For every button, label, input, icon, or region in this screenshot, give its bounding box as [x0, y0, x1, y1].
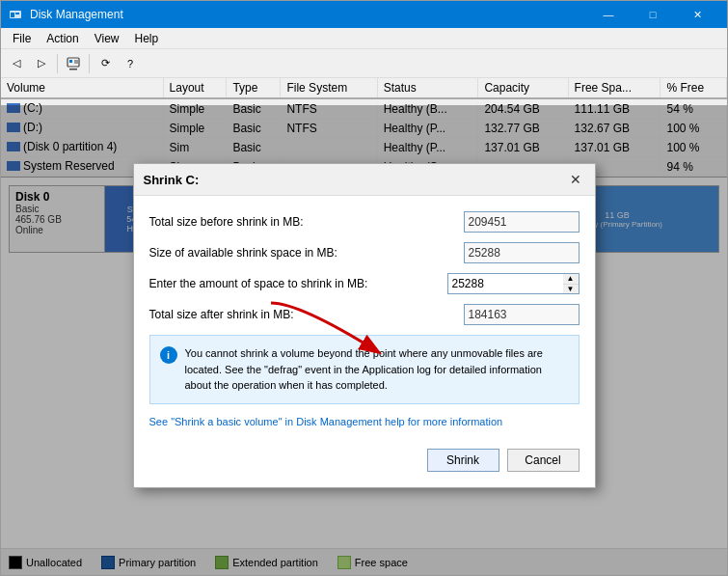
properties-button[interactable] — [62, 52, 85, 75]
form-row-available: Size of available shrink space in MB: — [149, 242, 580, 263]
modal-footer: Shrink Cancel — [149, 443, 580, 472]
title-bar: Disk Management — □ ✕ — [1, 1, 727, 28]
refresh-button[interactable]: ⟳ — [94, 52, 117, 75]
label-shrink-amount: Enter the amount of space to shrink in M… — [149, 277, 447, 290]
spin-up-button[interactable]: ▲ — [563, 274, 579, 284]
form-row-total-before: Total size before shrink in MB: — [149, 211, 580, 233]
info-icon: i — [160, 346, 177, 364]
forward-button[interactable]: ▷ — [30, 52, 53, 75]
svg-rect-4 — [69, 60, 72, 63]
col-pct[interactable]: % Free — [661, 78, 727, 98]
help-button[interactable]: ? — [119, 52, 142, 75]
input-shrink-amount[interactable] — [447, 273, 563, 294]
menu-action[interactable]: Action — [39, 30, 86, 47]
label-total-before: Total size before shrink in MB: — [149, 215, 464, 229]
shrink-button[interactable]: Shrink — [427, 449, 499, 472]
close-window-button[interactable]: ✕ — [675, 1, 719, 28]
maximize-button[interactable]: □ — [631, 1, 675, 28]
modal-title-bar: Shrink C: ✕ — [134, 164, 595, 196]
toolbar: ◁ ▷ ⟳ ? — [1, 49, 727, 78]
input-available[interactable] — [464, 242, 580, 263]
col-layout[interactable]: Layout — [163, 78, 227, 98]
modal-title: Shrink C: — [144, 173, 200, 187]
col-filesystem[interactable]: File System — [281, 78, 377, 98]
menu-file[interactable]: File — [5, 30, 39, 47]
input-total-before[interactable] — [464, 211, 580, 233]
window-controls: — □ ✕ — [586, 1, 719, 28]
back-button[interactable]: ◁ — [5, 52, 28, 75]
toolbar-separator-2 — [89, 54, 90, 73]
input-total-after[interactable] — [464, 304, 580, 325]
modal-close-button[interactable]: ✕ — [566, 170, 585, 189]
cancel-button[interactable]: Cancel — [507, 449, 580, 472]
col-status[interactable]: Status — [377, 78, 478, 98]
main-window: Disk Management — □ ✕ File Action View H… — [0, 0, 728, 576]
shrink-spinner: ▲ ▼ — [563, 273, 580, 294]
input-wrapper-total-before — [464, 211, 580, 233]
col-capacity[interactable]: Capacity — [478, 78, 568, 98]
menu-bar: File Action View Help — [1, 28, 727, 49]
input-wrapper-total-after — [464, 304, 580, 325]
menu-help[interactable]: Help — [127, 30, 167, 47]
help-link[interactable]: See "Shrink a basic volume" in Disk Mana… — [149, 416, 580, 427]
col-volume[interactable]: Volume — [1, 78, 163, 98]
shrink-dialog: Shrink C: ✕ Total size before shrink in … — [133, 163, 596, 488]
form-row-total-after: Total size after shrink in MB: — [149, 304, 580, 325]
app-icon — [9, 7, 24, 22]
svg-rect-7 — [69, 69, 77, 70]
spin-down-button[interactable]: ▼ — [563, 284, 579, 293]
content-wrapper: Volume Layout Type File System Status Ca… — [1, 78, 727, 575]
modal-overlay: Shrink C: ✕ Total size before shrink in … — [1, 105, 727, 575]
menu-view[interactable]: View — [87, 30, 127, 47]
input-wrapper-available — [464, 242, 580, 263]
col-free[interactable]: Free Spa... — [568, 78, 661, 98]
form-row-shrink-amount: Enter the amount of space to shrink in M… — [149, 273, 580, 294]
label-available: Size of available shrink space in MB: — [149, 246, 464, 260]
input-wrapper-shrink-amount: ▲ ▼ — [447, 273, 580, 294]
minimize-button[interactable]: — — [586, 1, 631, 28]
window-title: Disk Management — [30, 8, 586, 21]
svg-rect-2 — [15, 13, 19, 14]
col-type[interactable]: Type — [227, 78, 281, 98]
modal-body: Total size before shrink in MB: Size of … — [134, 196, 595, 487]
info-box: i You cannot shrink a volume beyond the … — [149, 335, 580, 404]
label-total-after: Total size after shrink in MB: — [149, 308, 464, 321]
svg-rect-1 — [11, 13, 14, 17]
toolbar-separator-1 — [57, 54, 58, 73]
info-text: You cannot shrink a volume beyond the po… — [185, 345, 569, 394]
